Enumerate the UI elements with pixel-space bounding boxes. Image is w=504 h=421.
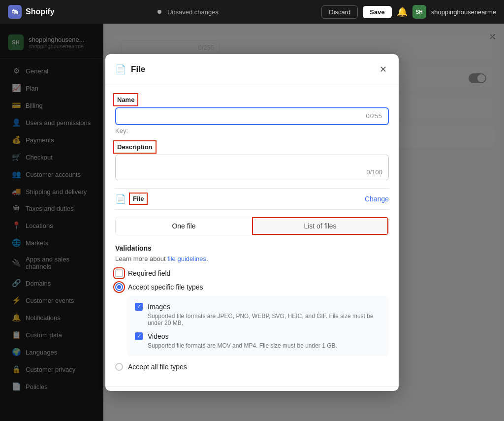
modal-header: 📄 File ✕: [105, 54, 399, 85]
validations-subtitle-pre: Learn more about: [115, 255, 167, 262]
images-description: Supported file formats are JPEG, PNG, WE…: [135, 313, 381, 326]
description-field-group: Description 0/100: [115, 142, 389, 180]
description-textarea-wrapper[interactable]: 0/100: [115, 155, 389, 180]
accept-all-label: Accept all file types: [128, 363, 187, 371]
name-input-wrapper: 0/255: [115, 107, 389, 125]
videos-header: Videos: [135, 332, 381, 340]
notifications-icon[interactable]: 🔔: [397, 6, 408, 17]
shop-name: shoppinghousenearme: [431, 8, 496, 16]
modal-title: 📄 File: [115, 64, 145, 75]
validations-section: Validations Learn more about file guidel…: [115, 244, 389, 371]
required-field-row[interactable]: Required field: [115, 269, 389, 277]
required-field-label: Required field: [128, 269, 170, 277]
modal-overlay: 📄 File ✕ Name 0/255 Key: Description: [0, 24, 504, 421]
validations-title: Validations: [115, 244, 389, 252]
file-tabs: One file List of files: [115, 217, 389, 235]
file-types-box: Images Supported file formats are JPEG, …: [127, 296, 389, 356]
validations-subtitle-post: .: [206, 255, 208, 262]
accept-specific-label: Accept specific file types: [128, 283, 203, 291]
file-doc-icon: 📄: [115, 194, 126, 204]
modal-footer: Cancel Add: [105, 387, 399, 391]
name-field-group: Name 0/255 Key:: [115, 95, 389, 134]
accept-specific-row[interactable]: Accept specific file types: [115, 283, 389, 291]
change-button[interactable]: Change: [365, 195, 389, 203]
unsaved-label: Unsaved changes: [167, 8, 219, 16]
file-left: 📄 File: [115, 194, 146, 204]
accept-specific-radio[interactable]: [115, 283, 123, 291]
accept-all-row[interactable]: Accept all file types: [115, 363, 389, 371]
file-title-icon: 📄: [115, 64, 126, 75]
shopify-wordmark: Shopify: [26, 7, 55, 16]
name-input[interactable]: [122, 112, 366, 120]
unsaved-dot-icon: [158, 10, 161, 14]
images-label: Images: [148, 303, 170, 311]
file-section: 📄 File Change: [115, 188, 389, 210]
description-label: Description: [115, 142, 155, 152]
name-label: Name: [115, 95, 136, 104]
shopify-bag-icon: 🛍: [8, 5, 22, 19]
accept-all-radio[interactable]: [115, 363, 123, 371]
shop-avatar: SH: [412, 5, 426, 19]
file-label: File: [131, 194, 146, 203]
videos-type-row: Videos Supported file formats are MOV an…: [135, 332, 381, 349]
topbar-center: Unsaved changes: [61, 8, 316, 16]
file-guidelines-link[interactable]: file guidelines: [167, 255, 206, 262]
shopify-logo: 🛍 Shopify: [8, 5, 55, 19]
key-row: Key:: [115, 127, 389, 134]
discard-button[interactable]: Discard: [321, 5, 358, 19]
topbar-right: Discard Save 🔔 SH shoppinghousenearme: [321, 5, 496, 19]
required-field-checkbox[interactable]: [115, 269, 123, 277]
save-button[interactable]: Save: [363, 6, 391, 18]
name-char-count: 0/255: [366, 112, 382, 120]
modal-close-button[interactable]: ✕: [378, 62, 389, 77]
modal-title-text: File: [131, 65, 145, 74]
videos-checkbox[interactable]: [135, 332, 143, 340]
videos-label: Videos: [148, 332, 169, 340]
videos-description: Supported file formats are MOV and MP4. …: [135, 342, 381, 349]
file-modal: 📄 File ✕ Name 0/255 Key: Description: [105, 54, 399, 391]
key-label: Key:: [115, 127, 128, 134]
images-header: Images: [135, 303, 381, 311]
validations-subtitle: Learn more about file guidelines.: [115, 255, 389, 262]
tab-list-of-files[interactable]: List of files: [252, 217, 388, 235]
images-type-row: Images Supported file formats are JPEG, …: [135, 303, 381, 326]
images-checkbox[interactable]: [135, 303, 143, 311]
tab-one-file[interactable]: One file: [116, 217, 252, 235]
topbar: 🛍 Shopify Unsaved changes Discard Save 🔔…: [0, 0, 504, 24]
description-char-count: 0/100: [366, 168, 382, 176]
modal-body: Name 0/255 Key: Description 0/100: [105, 85, 399, 387]
